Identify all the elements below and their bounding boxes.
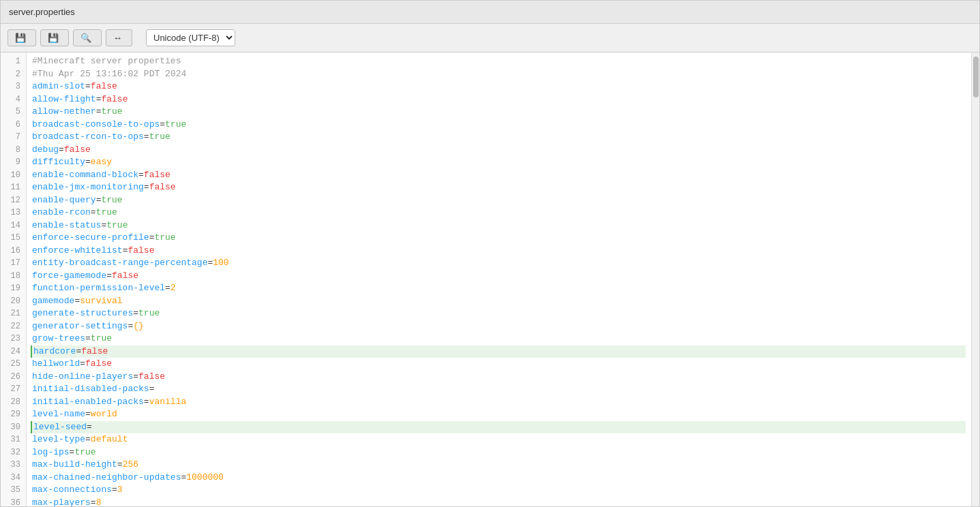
line: grow-trees=true — [32, 333, 966, 345]
line: hide-online-players=false — [32, 371, 966, 384]
line: enable-command-block=false — [32, 169, 966, 182]
line: enable-rcon=true — [32, 206, 966, 219]
line: max-players=8 — [32, 497, 966, 507]
line: function-permission-level=2 — [32, 282, 966, 295]
line-number: 1 — [6, 55, 20, 68]
line: #Minecraft server properties — [32, 55, 966, 68]
close-button[interactable] — [966, 11, 971, 14]
line: difficulty=easy — [32, 156, 966, 169]
line-number: 21 — [6, 307, 20, 320]
line: initial-enabled-packs=vanilla — [32, 396, 966, 409]
line: level-type=default — [32, 433, 966, 446]
toolbar: 💾 💾 🔍 ↔ Unicode (UTF-8) — [1, 24, 979, 52]
line-number: 15 — [6, 232, 20, 245]
line: level-name=world — [32, 408, 966, 421]
line-number: 3 — [6, 80, 20, 93]
save-icon: 💾 — [15, 33, 26, 43]
line-number: 18 — [6, 270, 20, 283]
line-number: 36 — [6, 497, 20, 507]
line-number: 24 — [6, 345, 20, 358]
line: entity-broadcast-range-percentage=100 — [32, 257, 966, 270]
line: initial-disabled-packs= — [32, 383, 966, 396]
line: enable-jmx-monitoring=false — [32, 181, 966, 194]
line-number: 9 — [6, 156, 20, 169]
line: generate-structures=true — [32, 307, 966, 320]
line-number: 34 — [6, 472, 20, 485]
code-content[interactable]: #Minecraft server properties#Thu Apr 25 … — [27, 52, 971, 506]
line-number: 27 — [6, 383, 20, 396]
line: admin-slot=false — [32, 80, 966, 93]
line-number: 14 — [6, 219, 20, 232]
line-numbers: 1234567891011121314151617181920212223242… — [1, 52, 27, 506]
line: enforce-whitelist=false — [32, 245, 966, 258]
line: max-chained-neighbor-updates=1000000 — [32, 472, 966, 485]
line-number: 26 — [6, 371, 20, 384]
main-window: server.properties 💾 💾 🔍 ↔ Unicode (UTF-8… — [0, 0, 980, 507]
refresh-button[interactable] — [944, 11, 949, 14]
line-number: 28 — [6, 396, 20, 409]
line: broadcast-rcon-to-ops=true — [32, 131, 966, 144]
scrollbar[interactable] — [971, 52, 979, 506]
line: allow-flight=false — [32, 93, 966, 106]
line-number: 4 — [6, 93, 20, 106]
line-number: 19 — [6, 282, 20, 295]
line-number: 25 — [6, 358, 20, 371]
line-number: 16 — [6, 245, 20, 258]
line: debug=false — [32, 144, 966, 157]
line-number: 33 — [6, 459, 20, 472]
line-number: 2 — [6, 68, 20, 81]
line-number: 31 — [6, 433, 20, 446]
line: allow-nether=true — [32, 106, 966, 119]
line-number: 12 — [6, 194, 20, 207]
line: hardcore=false — [31, 345, 966, 358]
line-number: 8 — [6, 144, 20, 157]
search-button[interactable]: 🔍 — [73, 29, 102, 46]
line: hellworld=false — [32, 358, 966, 371]
window-title: server.properties — [9, 7, 75, 17]
minimize-button[interactable] — [955, 11, 960, 14]
line-number: 7 — [6, 131, 20, 144]
line: max-build-height=256 — [32, 459, 966, 472]
save-exit-icon: 💾 — [48, 33, 59, 43]
replace-button[interactable]: ↔ — [106, 29, 132, 46]
line-number: 23 — [6, 333, 20, 345]
title-bar-controls — [944, 11, 971, 14]
line-number: 35 — [6, 484, 20, 497]
line: broadcast-console-to-ops=true — [32, 119, 966, 132]
line: log-ips=true — [32, 446, 966, 459]
line-number: 10 — [6, 169, 20, 182]
line-number: 29 — [6, 408, 20, 421]
scrollbar-thumb[interactable] — [973, 57, 979, 97]
line-number: 5 — [6, 106, 20, 119]
replace-icon: ↔ — [113, 33, 122, 43]
line: level-seed= — [31, 421, 966, 434]
line: generator-settings={} — [32, 320, 966, 333]
line: max-connections=3 — [32, 484, 966, 497]
search-icon: 🔍 — [80, 33, 91, 43]
line-number: 30 — [6, 421, 20, 434]
title-bar: server.properties — [1, 1, 979, 24]
editor-area: 1234567891011121314151617181920212223242… — [1, 52, 979, 506]
line: enable-status=true — [32, 219, 966, 232]
save-button[interactable]: 💾 — [8, 29, 36, 46]
save-exit-button[interactable]: 💾 — [40, 29, 69, 46]
line-number: 17 — [6, 257, 20, 270]
encoding-select[interactable]: Unicode (UTF-8) — [146, 29, 235, 46]
line: gamemode=survival — [32, 295, 966, 308]
line-number: 13 — [6, 206, 20, 219]
line-number: 32 — [6, 446, 20, 459]
line: #Thu Apr 25 13:16:02 PDT 2024 — [32, 68, 966, 81]
line-number: 22 — [6, 320, 20, 333]
line-number: 6 — [6, 119, 20, 132]
line: enable-query=true — [32, 194, 966, 207]
line: force-gamemode=false — [32, 270, 966, 283]
line: enforce-secure-profile=true — [32, 232, 966, 245]
line-number: 20 — [6, 295, 20, 308]
line-number: 11 — [6, 181, 20, 194]
